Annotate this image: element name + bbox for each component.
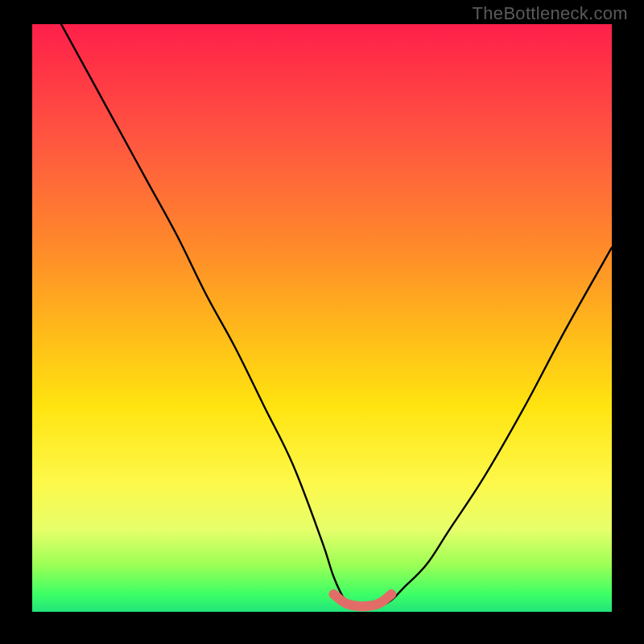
chart-frame: TheBottleneck.com — [0, 0, 644, 644]
watermark-text: TheBottleneck.com — [473, 3, 628, 24]
bottleneck-curve — [61, 24, 612, 606]
plot-area — [32, 24, 612, 612]
optimal-zone-marker — [333, 594, 391, 606]
curve-layer — [32, 24, 612, 612]
